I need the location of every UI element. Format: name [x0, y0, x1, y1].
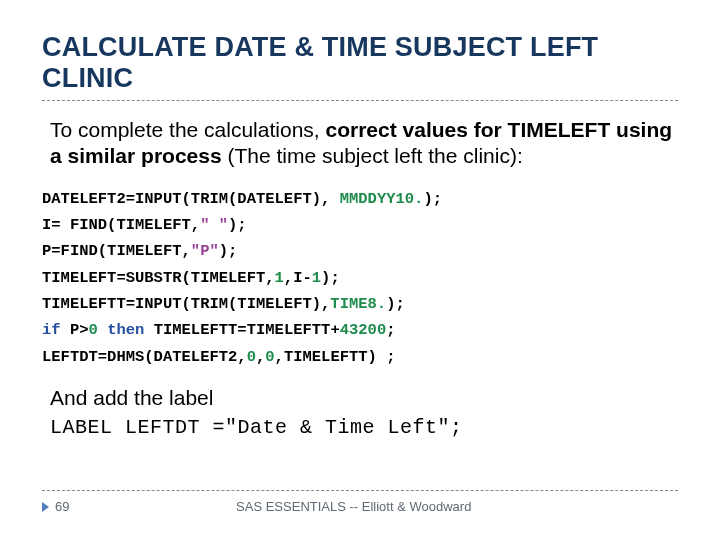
label-code: LABEL LEFTDT ="Date & Time Left"; — [42, 414, 678, 439]
slide-container: CALCULATE DATE & TIME SUBJECT LEFT CLINI… — [0, 0, 720, 540]
post-text: And add the label — [42, 380, 678, 414]
code-format: MMDDYY10. — [340, 190, 424, 208]
footer-row: 69 SAS ESSENTIALS -- Elliott & Woodward — [42, 499, 678, 514]
code-seg: P> — [61, 321, 89, 339]
code-seg: ); — [386, 295, 405, 313]
code-seg: ; — [386, 321, 395, 339]
code-keyword: if — [42, 321, 61, 339]
code-seg: ); — [219, 242, 238, 260]
code-seg: ,I- — [284, 269, 312, 287]
code-keyword: then — [107, 321, 144, 339]
slide-title: CALCULATE DATE & TIME SUBJECT LEFT CLINI… — [42, 32, 678, 101]
code-line-5: TIMELEFTT=INPUT(TRIM(TIMELEFT),TIME8.); — [42, 291, 678, 317]
code-block: DATELEFT2=INPUT(TRIM(DATELEFT), MMDDYY10… — [42, 180, 678, 380]
code-seg: TIMELEFTT=TIMELEFTT+ — [144, 321, 339, 339]
code-num: 1 — [275, 269, 284, 287]
code-seg: DATELEFT2=INPUT(TRIM(DATELEFT), — [42, 190, 330, 208]
code-seg: ); — [321, 269, 340, 287]
intro-prefix: To complete the calculations, — [50, 118, 325, 141]
code-string: "P" — [191, 242, 219, 260]
code-string: " " — [200, 216, 228, 234]
code-seg: ); — [228, 216, 247, 234]
code-num: 0 — [265, 348, 274, 366]
code-num: 1 — [312, 269, 321, 287]
code-num: 0 — [247, 348, 256, 366]
code-line-3: P=FIND(TIMELEFT,"P"); — [42, 238, 678, 264]
intro-paragraph: To complete the calculations, correct va… — [42, 117, 678, 180]
code-seg: TIMELEFTT=INPUT(TRIM(TIMELEFT), — [42, 295, 330, 313]
code-seg: TIMELEFT=SUBSTR(TIMELEFT, — [42, 269, 275, 287]
footer-text: SAS ESSENTIALS -- Elliott & Woodward — [29, 499, 678, 514]
code-seg — [98, 321, 107, 339]
intro-suffix: (The time subject left the clinic): — [222, 144, 523, 167]
code-num: 43200 — [340, 321, 387, 339]
code-num: 0 — [89, 321, 98, 339]
code-seg: ,TIMELEFTT) ; — [275, 348, 396, 366]
code-line-7: LEFTDT=DHMS(DATELEFT2,0,0,TIMELEFTT) ; — [42, 344, 678, 370]
footer: 69 SAS ESSENTIALS -- Elliott & Woodward — [42, 490, 678, 514]
code-line-6: if P>0 then TIMELEFTT=TIMELEFTT+43200; — [42, 317, 678, 343]
code-format: TIME8. — [330, 295, 386, 313]
code-seg: P=FIND(TIMELEFT, — [42, 242, 191, 260]
code-line-4: TIMELEFT=SUBSTR(TIMELEFT,1,I-1); — [42, 265, 678, 291]
code-seg: I= FIND(TIMELEFT, — [42, 216, 200, 234]
code-seg: , — [256, 348, 265, 366]
code-seg: ); — [423, 190, 442, 208]
code-seg: LEFTDT=DHMS(DATELEFT2, — [42, 348, 247, 366]
code-line-2: I= FIND(TIMELEFT," "); — [42, 212, 678, 238]
code-line-1: DATELEFT2=INPUT(TRIM(DATELEFT), MMDDYY10… — [42, 186, 678, 212]
